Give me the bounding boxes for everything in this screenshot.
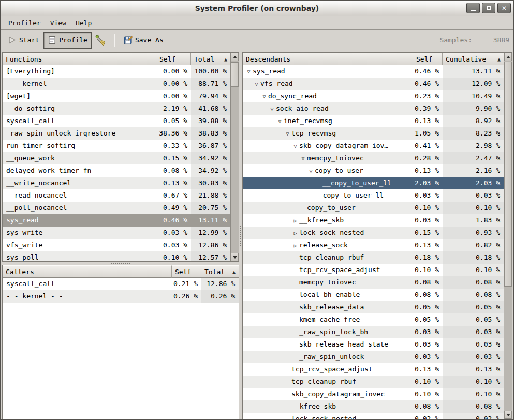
table-row[interactable]: __read_nocancel0.67 %21.88 %: [3, 189, 230, 202]
tree-expander-icon[interactable]: ▽: [276, 115, 284, 127]
tree-expander-icon[interactable]: ▽: [284, 128, 291, 140]
function-name-cell: sys_write: [3, 227, 156, 239]
tree-row[interactable]: __copy_to_user_ll2.03 %2.03 %: [243, 177, 504, 189]
titlebar[interactable]: System Profiler (on crownbay) ✕: [1, 1, 513, 16]
table-row[interactable]: [Everything]0.00 %100.00 %: [3, 65, 230, 78]
tree-row[interactable]: kmem_cache_free0.05 %0.05 %: [243, 313, 504, 326]
table-row[interactable]: __poll_nocancel0.49 %20.75 %: [3, 202, 230, 214]
tree-row[interactable]: tcp_cleanup_rbuf0.10 %0.10 %: [243, 376, 504, 388]
tree-row[interactable]: ▽skb_copy_datagram_iov…0.41 %2.98 %: [243, 140, 504, 152]
minimize-button[interactable]: [466, 3, 480, 13]
table-row[interactable]: _raw_spin_unlock_irqrestore38.36 %38.83 …: [3, 127, 230, 140]
tree-row[interactable]: copy_to_user0.10 %0.10 %: [243, 202, 504, 214]
start-button[interactable]: Start: [4, 32, 43, 49]
table-row[interactable]: syscall_call0.21 %12.86 %: [3, 278, 239, 290]
scroll-down-button[interactable]: [504, 411, 512, 419]
scrollbar-thumb[interactable]: [231, 62, 239, 87]
column-header-self[interactable]: Self: [156, 53, 191, 65]
tree-row[interactable]: _raw_spin_lock_bh0.03 %0.03 %: [243, 326, 504, 338]
column-header-total[interactable]: Total▲: [191, 53, 230, 65]
tree-expander-icon[interactable]: ▽: [299, 153, 307, 164]
table-row[interactable]: sys_read0.46 %13.11 %: [3, 214, 230, 227]
cumulative-percent-cell: 8.23 %: [443, 127, 504, 140]
reset-samples-button[interactable]: [92, 32, 109, 49]
cumulative-percent-cell: 0.03 %: [443, 338, 504, 351]
table-row[interactable]: sys_poll0.10 %12.57 %: [3, 251, 230, 261]
tree-row[interactable]: skb_release_head_state0.03 %0.03 %: [243, 338, 504, 351]
tree-row[interactable]: ▽tcp_recvmsg1.05 %8.23 %: [243, 127, 504, 140]
menu-view[interactable]: View: [46, 18, 71, 28]
table-row[interactable]: vfs_write0.03 %12.86 %: [3, 239, 230, 251]
tree-row[interactable]: skb_copy_datagram_iovec0.10 %0.10 %: [243, 388, 504, 400]
tree-expander-icon[interactable]: ▽: [253, 78, 260, 90]
column-header-callers[interactable]: Callers: [3, 265, 172, 278]
table-row[interactable]: - - kernel - -0.26 %0.26 %: [3, 290, 239, 303]
tree-row[interactable]: ▽copy_to_user0.13 %2.16 %: [243, 164, 504, 177]
table-row[interactable]: __queue_work0.15 %34.92 %: [3, 152, 230, 164]
column-header-functions[interactable]: Functions: [3, 53, 156, 65]
tree-expander-icon[interactable]: ▽: [291, 140, 299, 152]
table-row[interactable]: sys_write0.03 %12.99 %: [3, 227, 230, 239]
tree-row[interactable]: ▽do_sync_read0.23 %10.49 %: [243, 90, 504, 102]
tree-row[interactable]: ▽memcpy_toiovec0.28 %2.47 %: [243, 152, 504, 164]
tree-row[interactable]: ▽inet_recvmsg0.13 %8.92 %: [243, 115, 504, 127]
tree-row[interactable]: local_bh_enable0.08 %0.08 %: [243, 289, 504, 301]
tree-row[interactable]: tcp_rcv_space_adjust0.13 %0.13 %: [243, 363, 504, 376]
tree-row[interactable]: skb_release_data0.05 %0.05 %: [243, 301, 504, 313]
tree-row[interactable]: _raw_spin_unlock0.03 %0.03 %: [243, 351, 504, 363]
column-header-descendants[interactable]: Descendants: [243, 53, 413, 65]
tree-expander-icon[interactable]: ▽: [260, 91, 268, 102]
close-button[interactable]: ✕: [497, 3, 511, 13]
table-row[interactable]: [wget]0.00 %79.94 %: [3, 90, 230, 102]
column-header-total[interactable]: Total▲: [201, 265, 239, 278]
self-percent-cell: 0.13 %: [413, 115, 443, 127]
tree-row[interactable]: __kfree_skb0.08 %0.08 %: [243, 400, 504, 413]
table-row[interactable]: delayed_work_timer_fn0.08 %34.92 %: [3, 164, 230, 177]
scrollbar-trough[interactable]: [504, 61, 512, 411]
table-row[interactable]: __write_nocancel0.13 %30.83 %: [3, 177, 230, 189]
brush-icon: [94, 34, 107, 47]
menu-help[interactable]: Help: [71, 18, 96, 28]
tree-row[interactable]: ▷lock_sock_nested0.15 %0.93 %: [243, 227, 504, 239]
cumulative-percent-cell: 0.03 %: [443, 326, 504, 338]
scroll-up-button[interactable]: [504, 53, 512, 61]
tree-row[interactable]: ▽sock_aio_read0.39 %9.90 %: [243, 102, 504, 115]
table-row[interactable]: run_timer_softirq0.33 %36.87 %: [3, 140, 230, 152]
table-row[interactable]: syscall_call0.05 %39.88 %: [3, 115, 230, 127]
scrollbar-trough[interactable]: [231, 61, 239, 253]
function-name-cell: tcp_rcv_space_adjust: [243, 363, 413, 376]
tree-row[interactable]: tcp_rcv_space_adjust0.10 %0.10 %: [243, 264, 504, 276]
scroll-up-button[interactable]: [231, 53, 239, 61]
tree-expander-icon[interactable]: ▷: [291, 227, 299, 239]
save-as-button[interactable]: Save As: [120, 32, 168, 49]
splitter-grip: [111, 263, 130, 264]
functions-scrollbar[interactable]: [230, 53, 239, 261]
tree-expander-icon[interactable]: ▽: [307, 165, 315, 177]
menu-profiler[interactable]: Profiler: [4, 18, 46, 28]
descendants-scrollbar[interactable]: [504, 53, 512, 419]
self-percent-cell: 0.08 %: [413, 400, 443, 413]
tree-row[interactable]: ▽sys_read0.46 %13.11 %: [243, 65, 504, 78]
tree-row[interactable]: tcp_cleanup_rbuf0.18 %0.18 %: [243, 251, 504, 264]
tree-expander-icon[interactable]: ▽: [268, 103, 276, 115]
table-row[interactable]: __do_softirq2.19 %41.68 %: [3, 102, 230, 115]
table-row[interactable]: - - kernel - -0.00 %88.71 %: [3, 78, 230, 90]
tree-row[interactable]: ▷__kfree_skb0.03 %1.83 %: [243, 214, 504, 227]
total-percent-cell: 34.92 %: [191, 164, 230, 177]
tree-expander-icon[interactable]: ▷: [291, 239, 299, 251]
column-header-self[interactable]: Self: [413, 53, 443, 65]
tree-row[interactable]: ▽vfs_read0.46 %12.09 %: [243, 78, 504, 90]
scroll-down-button[interactable]: [231, 253, 239, 261]
scrollbar-thumb[interactable]: [504, 62, 512, 287]
profile-toggle-button[interactable]: Profile: [43, 32, 92, 49]
tree-row[interactable]: lock_sock_nested0.03 %0.03 %: [243, 413, 504, 419]
tree-expander-icon[interactable]: ▽: [245, 66, 253, 78]
column-header-cumulative[interactable]: Cumulative▲: [443, 53, 504, 65]
tree-row[interactable]: __copy_to_user_ll0.03 %0.03 %: [243, 189, 504, 202]
maximize-button[interactable]: [482, 3, 495, 13]
function-name-cell: delayed_work_timer_fn: [3, 164, 156, 177]
tree-expander-icon[interactable]: ▷: [291, 215, 299, 227]
tree-row[interactable]: memcpy_toiovec0.08 %0.08 %: [243, 276, 504, 289]
tree-row[interactable]: ▷release_sock0.13 %0.82 %: [243, 239, 504, 251]
column-header-self[interactable]: Self: [172, 265, 201, 278]
